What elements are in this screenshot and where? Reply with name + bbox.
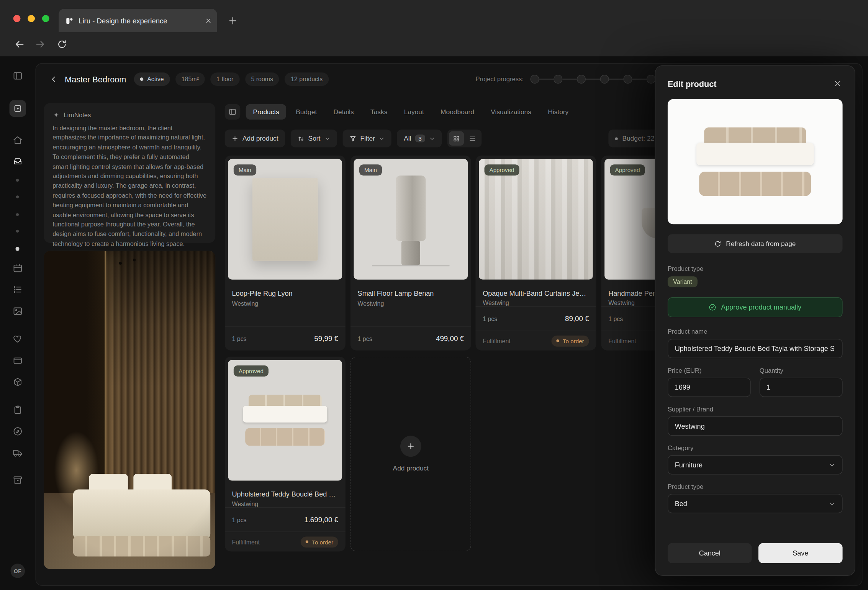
refresh-icon [714, 240, 722, 247]
check-circle-icon [709, 303, 716, 311]
home-icon[interactable] [11, 133, 25, 147]
page-dot[interactable] [16, 179, 19, 182]
maximize-window-button[interactable] [42, 15, 49, 22]
product-card-rug[interactable]: Main Loop-Pile Rug Lyon Westwing 1 pcs 5… [225, 156, 346, 351]
tab-moodboard[interactable]: Moodboard [433, 104, 481, 120]
product-brand: Westwing [483, 300, 589, 306]
tab-close-icon[interactable] [205, 18, 211, 24]
product-image: Main [228, 159, 342, 280]
user-avatar[interactable]: OF [10, 564, 25, 578]
chip-products: 12 products [285, 72, 329, 86]
save-button[interactable]: Save [758, 543, 843, 563]
back-chevron-icon[interactable] [49, 74, 59, 84]
calendar-icon[interactable] [11, 261, 25, 275]
tab-budget[interactable]: Budget [288, 104, 324, 120]
orders-clipboard-icon[interactable] [11, 403, 25, 416]
archive-icon[interactable] [11, 474, 25, 487]
product-qty: 1 pcs [232, 335, 247, 342]
project-progress: Project progress: [475, 71, 655, 87]
variant-badge: Variant [668, 276, 698, 287]
fulfillment-row: Fulfillment To order [475, 331, 596, 351]
progress-step[interactable] [530, 75, 539, 84]
chevron-down-icon [429, 135, 435, 141]
page-dot[interactable] [16, 195, 19, 198]
quantity-label: Quantity [760, 367, 843, 374]
progress-step[interactable] [577, 75, 586, 84]
add-product-button[interactable]: Add product [225, 129, 285, 147]
page-dot[interactable] [16, 230, 19, 233]
minimize-window-button[interactable] [28, 15, 35, 22]
approve-product-button[interactable]: Approve product manually [668, 297, 843, 317]
delivery-truck-icon[interactable] [11, 446, 25, 460]
cancel-button[interactable]: Cancel [668, 543, 752, 563]
close-window-button[interactable] [13, 15, 21, 22]
add-product-card[interactable]: Add product [350, 357, 471, 552]
liru-notes-card: LiruNotes In designing the master bedroo… [44, 103, 215, 243]
projects-inbox-icon[interactable] [11, 154, 25, 168]
progress-label: Project progress: [475, 76, 524, 82]
type-label: Product type [668, 483, 843, 490]
budget-dot [615, 137, 618, 140]
type-select[interactable]: Bed [668, 494, 843, 513]
tab-products[interactable]: Products [246, 104, 287, 120]
product-type-label: Product type [668, 265, 843, 272]
product-card-bed[interactable]: Approved Upholstered Teddy Bouclé Bed … … [225, 357, 346, 552]
back-icon[interactable] [13, 38, 26, 51]
screen: Liru - Design the experience [0, 0, 868, 590]
page-dot-active[interactable] [15, 247, 19, 251]
quantity-input[interactable] [760, 378, 843, 397]
forward-icon[interactable] [34, 38, 47, 51]
progress-step[interactable] [600, 75, 609, 84]
new-tab-button[interactable] [226, 14, 239, 27]
product-name-input[interactable] [668, 339, 843, 358]
tasks-list-icon[interactable] [11, 283, 25, 296]
tab-tasks[interactable]: Tasks [363, 104, 395, 120]
sort-button[interactable]: Sort [290, 129, 337, 147]
product-brand: Westwing [232, 500, 338, 507]
support-compass-icon[interactable] [11, 424, 25, 438]
gallery-icon[interactable] [11, 305, 25, 318]
grid-view-icon[interactable] [449, 131, 463, 146]
price-input[interactable] [668, 378, 751, 397]
chevron-down-icon [379, 135, 385, 141]
product-brand: Westwing [232, 300, 338, 306]
browser-tabstrip: Liru - Design the experience [0, 0, 868, 32]
product-card-lamp[interactable]: Main Small Floor Lamp Benan Westwing 1 p… [350, 156, 471, 351]
refresh-data-button[interactable]: Refresh data from page [668, 234, 843, 253]
product-name: Opaque Multi-Band Curtains Je… [483, 290, 589, 297]
progress-step[interactable] [647, 75, 655, 84]
filter-button[interactable]: Filter [342, 129, 391, 147]
collapse-panel-icon[interactable] [225, 104, 240, 120]
progress-step[interactable] [554, 75, 562, 84]
category-field: Category Furniture [668, 444, 843, 474]
list-view-icon[interactable] [465, 131, 480, 146]
app-logo-icon[interactable] [10, 100, 26, 117]
close-icon[interactable] [833, 79, 843, 88]
category-select[interactable]: Furniture [668, 455, 843, 475]
reload-icon[interactable] [56, 38, 68, 51]
page-dot[interactable] [16, 213, 19, 216]
tab-layout[interactable]: Layout [397, 104, 431, 120]
notes-title: LiruNotes [64, 111, 91, 118]
tab-history[interactable]: History [541, 104, 576, 120]
to-order-badge: To order [301, 536, 338, 547]
favorites-icon[interactable] [11, 332, 25, 346]
supplier-field: Supplier / Brand [668, 406, 843, 436]
product-price: 1.699,00 € [304, 515, 338, 524]
scope-filter-button[interactable]: All 3 [397, 129, 442, 147]
supplier-input[interactable] [668, 416, 843, 436]
qty-price-row: 1 pcs 59,99 € [225, 326, 346, 351]
products-box-icon[interactable] [11, 375, 25, 389]
product-qty: 1 pcs [358, 335, 372, 342]
product-card-curtains[interactable]: Approved Opaque Multi-Band Curtains Je… … [475, 156, 596, 351]
qty-price-row: 1 pcs 89,00 € [475, 306, 596, 331]
sidebar-toggle-icon[interactable] [11, 69, 25, 83]
fulfillment-label: Fulfillment [608, 338, 636, 344]
tab-details[interactable]: Details [326, 104, 361, 120]
budget-wallet-icon[interactable] [11, 354, 25, 367]
tab-visualizations[interactable]: Visualizations [483, 104, 538, 120]
browser-tab[interactable]: Liru - Design the experience [59, 9, 217, 32]
progress-step[interactable] [623, 75, 632, 84]
price-label: Price (EUR) [668, 367, 751, 374]
main-badge: Main [359, 164, 382, 175]
